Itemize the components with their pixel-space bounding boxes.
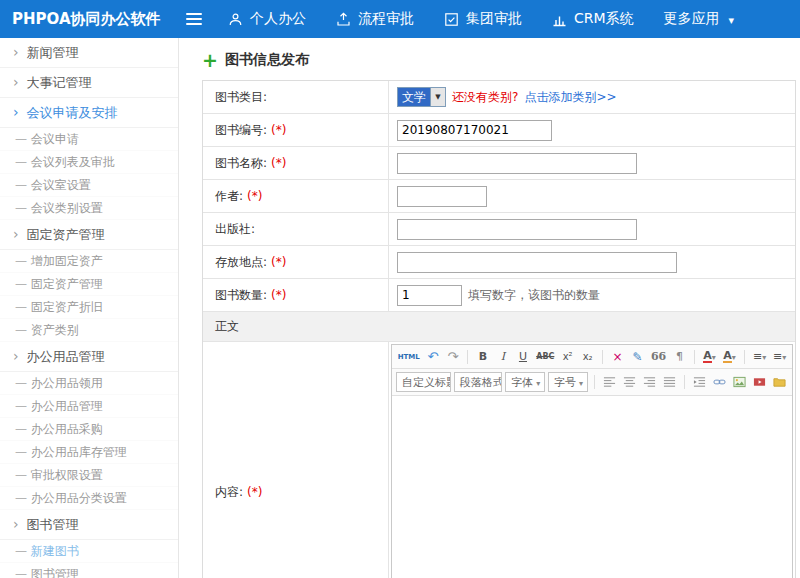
sidebar-item-label: 会议列表及审批 — [15, 154, 115, 171]
top-nav: 个人办公 流程审批 集团审批 CRM系统 更多应用 — [228, 10, 734, 28]
custom-title-select[interactable]: 自定义标题 — [396, 372, 451, 392]
nav-workflow-approval[interactable]: 流程审批 — [336, 10, 414, 28]
unordered-list-button[interactable]: ≡ — [771, 348, 788, 365]
indent-button[interactable] — [691, 374, 708, 391]
underline-button[interactable]: U — [514, 348, 531, 365]
redo-button[interactable]: ↷ — [444, 348, 461, 365]
sidebar-item-label: 新建图书 — [15, 543, 79, 560]
sidebar-section-meeting[interactable]: 会议申请及安排 — [0, 98, 178, 128]
font-color-button[interactable]: A — [701, 348, 718, 365]
add-category-link[interactable]: 点击添加类别>> — [524, 89, 616, 106]
sidebar-item-label: 会议申请 — [15, 131, 79, 148]
media-button[interactable] — [751, 374, 768, 391]
nav-label: CRM系统 — [574, 10, 634, 28]
sidebar-item-asset-add[interactable]: 增加固定资产 — [0, 250, 178, 273]
quantity-label: 图书数量: (*) — [203, 279, 389, 311]
category-select[interactable]: 文学 — [397, 87, 446, 107]
align-right-button[interactable] — [641, 374, 658, 391]
menu-icon[interactable] — [172, 13, 216, 25]
font-family-select[interactable]: 字体 — [505, 372, 545, 392]
nav-group-approval[interactable]: 集团审批 — [444, 10, 522, 28]
superscript-button[interactable]: x² — [559, 348, 576, 365]
highlight-color-button[interactable]: A — [721, 348, 738, 365]
subscript-button[interactable]: x₂ — [579, 348, 596, 365]
undo-button[interactable]: ↶ — [424, 348, 441, 365]
location-input[interactable] — [397, 252, 677, 273]
sidebar-item-supplies-claim[interactable]: 办公用品领用 — [0, 372, 178, 395]
form-row-book-name: 图书名称: (*) — [203, 147, 795, 180]
editor-content-area[interactable] — [392, 396, 792, 578]
sidebar-item-approval-permission[interactable]: 审批权限设置 — [0, 464, 178, 487]
italic-button[interactable]: I — [494, 348, 511, 365]
sidebar-section-news[interactable]: 新闻管理 — [0, 38, 178, 68]
book-no-label: 图书编号: (*) — [203, 114, 389, 146]
caret-down-icon — [732, 350, 736, 363]
sidebar-item-book-new[interactable]: 新建图书 — [0, 540, 178, 563]
sidebar-item-label: 办公用品领用 — [15, 375, 103, 392]
sidebar-section-books[interactable]: 图书管理 — [0, 510, 178, 540]
publisher-input[interactable] — [397, 219, 637, 240]
topbar: PHPOA协同办公软件 个人办公 流程审批 集团审批 CRM系统 更多应用 — [0, 0, 800, 38]
sidebar-item-asset-category[interactable]: 资产类别 — [0, 319, 178, 342]
blockquote-button[interactable]: 66 — [649, 348, 668, 365]
app-logo: PHPOA协同办公软件 — [0, 10, 172, 29]
sidebar-item-meeting-apply[interactable]: 会议申请 — [0, 128, 178, 151]
align-justify-button[interactable] — [661, 374, 678, 391]
nav-crm-system[interactable]: CRM系统 — [552, 10, 634, 28]
nav-more-apps[interactable]: 更多应用 — [664, 10, 735, 28]
sidebar-item-meeting-room[interactable]: 会议室设置 — [0, 174, 178, 197]
sidebar-item-label: 办公用品分类设置 — [15, 490, 127, 507]
form-row-category: 图书类目: 文学 还没有类别? 点击添加类别>> — [203, 81, 795, 114]
nav-personal-office[interactable]: 个人办公 — [228, 10, 306, 28]
sidebar-item-asset-manage[interactable]: 固定资产管理 — [0, 273, 178, 296]
sidebar-item-label: 固定资产管理 — [15, 276, 103, 293]
html-source-button[interactable]: HTML — [396, 348, 421, 365]
sidebar-item-label: 增加固定资产 — [15, 253, 103, 270]
sidebar-item-meeting-category[interactable]: 会议类别设置 — [0, 197, 178, 220]
sidebar-section-label: 固定资产管理 — [27, 226, 105, 244]
sidebar-item-supplies-category[interactable]: 办公用品分类设置 — [0, 487, 178, 510]
book-name-label: 图书名称: (*) — [203, 147, 389, 179]
required-mark: (*) — [271, 255, 286, 269]
sidebar-item-supplies-manage[interactable]: 办公用品管理 — [0, 395, 178, 418]
align-left-button[interactable] — [601, 374, 618, 391]
sidebar-item-label: 办公用品管理 — [15, 398, 103, 415]
dropdown-arrow-icon — [430, 88, 445, 106]
image-button[interactable] — [731, 374, 748, 391]
sidebar-item-label: 图书管理 — [15, 566, 79, 578]
attach-button[interactable] — [771, 374, 788, 391]
align-center-button[interactable] — [621, 374, 638, 391]
sidebar-item-asset-depreciation[interactable]: 固定资产折旧 — [0, 296, 178, 319]
toolbar-divider — [744, 350, 745, 364]
link-button[interactable] — [711, 374, 728, 391]
sidebar-item-supplies-stock[interactable]: 办公用品库存管理 — [0, 441, 178, 464]
paragraph-button[interactable]: ¶ — [671, 348, 688, 365]
font-size-select[interactable]: 字号 — [548, 372, 588, 392]
author-input[interactable] — [397, 186, 487, 207]
app-root: PHPOA协同办公软件 个人办公 流程审批 集团审批 CRM系统 更多应用 — [0, 0, 800, 578]
paragraph-format-select[interactable]: 段落格式 — [454, 372, 503, 392]
sidebar-section-memorabilia[interactable]: 大事记管理 — [0, 68, 178, 98]
sidebar-item-book-manage[interactable]: 图书管理 — [0, 563, 178, 578]
bold-button[interactable]: B — [474, 348, 491, 365]
book-no-input[interactable] — [397, 120, 552, 141]
sidebar-section-fixed-assets[interactable]: 固定资产管理 — [0, 220, 178, 250]
caret-down-icon — [536, 376, 540, 389]
page-title: + 图书信息发布 — [202, 51, 800, 69]
label-text: 存放地点: — [215, 254, 267, 271]
label-text: 图书名称: — [215, 155, 267, 172]
strikethrough-button[interactable]: ABC — [534, 348, 556, 365]
toolbar-divider — [684, 375, 685, 389]
sidebar-item-supplies-purchase[interactable]: 办公用品采购 — [0, 418, 178, 441]
sidebar-item-meeting-list[interactable]: 会议列表及审批 — [0, 151, 178, 174]
chevron-right-icon — [13, 349, 19, 364]
book-name-input[interactable] — [397, 153, 637, 174]
remove-format-button[interactable]: × — [609, 348, 626, 365]
quantity-input[interactable] — [397, 285, 462, 306]
format-painter-button[interactable]: ✎ — [629, 348, 646, 365]
ordered-list-button[interactable]: ≡ — [751, 348, 768, 365]
sidebar-section-office-supplies[interactable]: 办公用品管理 — [0, 342, 178, 372]
form-row-quantity: 图书数量: (*) 填写数字，该图书的数量 — [203, 279, 795, 312]
chevron-right-icon — [13, 517, 19, 532]
chevron-right-icon — [13, 75, 19, 90]
